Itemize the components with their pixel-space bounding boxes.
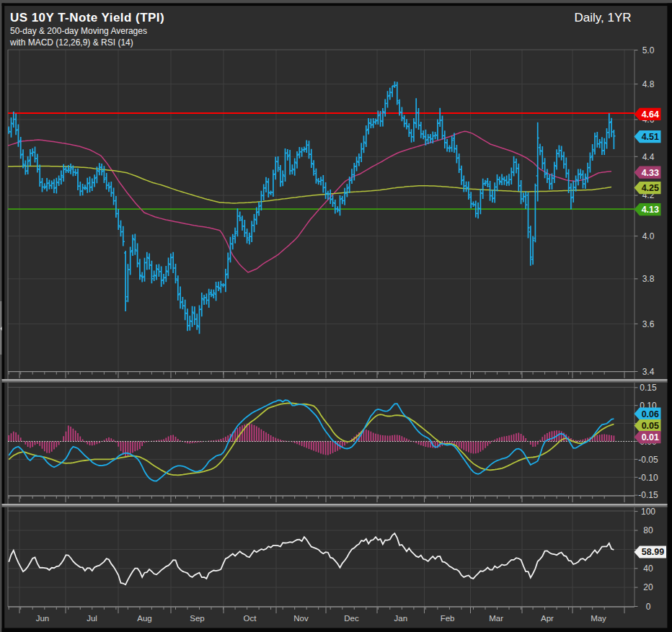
svg-text:0.01: 0.01 <box>642 432 659 442</box>
svg-text:0.06: 0.06 <box>642 409 659 419</box>
svg-text:Aug: Aug <box>137 614 151 623</box>
svg-text:Dec: Dec <box>344 614 359 623</box>
svg-text:4.51: 4.51 <box>642 132 659 142</box>
svg-text:3.4: 3.4 <box>642 367 655 377</box>
svg-text:0.15: 0.15 <box>640 383 657 393</box>
svg-text:4.8: 4.8 <box>642 79 655 89</box>
svg-text:40: 40 <box>643 564 653 574</box>
svg-text:Nov: Nov <box>293 614 309 623</box>
svg-text:5.0: 5.0 <box>642 45 655 55</box>
svg-text:4.13: 4.13 <box>642 205 659 215</box>
svg-text:Oct: Oct <box>244 614 257 623</box>
svg-text:58.99: 58.99 <box>642 547 664 557</box>
svg-text:US 10Y T-Note Yield (TPI): US 10Y T-Note Yield (TPI) <box>10 11 164 25</box>
svg-text:4.0: 4.0 <box>642 231 655 241</box>
svg-text:May: May <box>591 614 606 623</box>
svg-text:Mar: Mar <box>489 614 503 623</box>
svg-text:-0.15: -0.15 <box>638 490 658 500</box>
svg-text:0.05: 0.05 <box>642 421 659 431</box>
svg-text:4.25: 4.25 <box>642 183 659 193</box>
svg-text:0: 0 <box>646 602 651 612</box>
svg-text:3.6: 3.6 <box>642 319 655 329</box>
svg-text:-0.05: -0.05 <box>638 455 658 465</box>
svg-text:20: 20 <box>643 582 653 592</box>
svg-text:Daily, 1YR: Daily, 1YR <box>574 11 631 25</box>
svg-text:Jan: Jan <box>394 614 408 623</box>
svg-text:80: 80 <box>643 525 653 535</box>
svg-text:Feb: Feb <box>441 614 455 623</box>
svg-text:with MACD (12,26,9) & RSI (14): with MACD (12,26,9) & RSI (14) <box>9 37 133 48</box>
svg-text:Sep: Sep <box>190 614 204 623</box>
svg-text:3.8: 3.8 <box>642 274 655 284</box>
svg-text:Apr: Apr <box>541 614 554 623</box>
svg-text:Jul: Jul <box>87 614 97 623</box>
svg-text:100: 100 <box>641 507 655 517</box>
svg-text:4.4: 4.4 <box>642 152 655 162</box>
svg-text:4.33: 4.33 <box>642 168 659 178</box>
svg-text:Jun: Jun <box>36 614 50 623</box>
svg-text:4.64: 4.64 <box>642 110 659 120</box>
svg-text:50-day & 200-day Moving Averag: 50-day & 200-day Moving Averages <box>10 26 147 36</box>
svg-text:-0.10: -0.10 <box>638 473 658 483</box>
